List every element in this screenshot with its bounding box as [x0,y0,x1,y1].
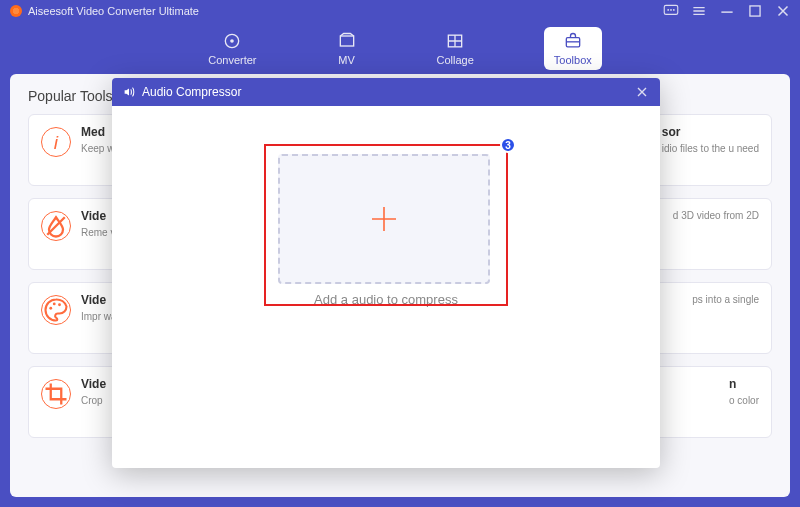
card-desc: d 3D video from 2D [673,209,759,222]
modal-body: Add a audio to compress 3 [112,106,660,468]
svg-point-1 [667,9,669,11]
svg-rect-4 [750,6,760,16]
card-desc: ps into a single [692,293,759,306]
card-desc: o color [729,394,759,407]
modal-header: Audio Compressor [112,78,660,106]
svg-point-2 [670,9,672,11]
tab-toolbox[interactable]: Toolbox [544,27,602,70]
speaker-icon [122,85,136,99]
card-title: Vide [81,377,106,391]
svg-point-13 [53,302,56,305]
app-title: Aiseesoft Video Converter Ultimate [28,5,199,17]
audio-compressor-modal: Audio Compressor Add a audio to compress… [112,78,660,468]
card-desc: Crop [81,394,106,407]
svg-point-14 [58,303,61,306]
dropzone-label: Add a audio to compress [112,292,660,307]
maximize-icon[interactable] [746,2,764,20]
tab-label: MV [338,54,355,66]
main-tabs: Converter MV Collage Toolbox [0,22,800,74]
svg-text:i: i [54,132,59,153]
svg-rect-7 [340,36,353,46]
svg-point-3 [673,9,675,11]
titlebar: Aiseesoft Video Converter Ultimate [0,0,800,22]
chat-icon[interactable] [662,2,680,20]
close-icon[interactable] [774,2,792,20]
card-desc: idio files to the u need [662,142,759,155]
tab-mv[interactable]: MV [327,27,367,70]
svg-point-12 [49,307,52,310]
step-badge: 3 [500,137,516,153]
plus-icon [366,201,402,237]
modal-close-icon[interactable] [634,84,650,100]
tab-label: Toolbox [554,54,592,66]
modal-title: Audio Compressor [142,85,241,99]
add-audio-dropzone[interactable] [278,154,490,284]
palette-icon [41,295,71,325]
menu-icon[interactable] [690,2,708,20]
tab-label: Converter [208,54,256,66]
tab-collage[interactable]: Collage [427,27,484,70]
crop-icon [41,379,71,409]
drop-icon [41,211,71,241]
svg-point-6 [231,39,235,43]
tab-converter[interactable]: Converter [198,27,266,70]
minimize-icon[interactable] [718,2,736,20]
info-icon: i [41,127,71,157]
app-logo-icon [10,5,22,17]
card-title: n [729,377,759,391]
tab-label: Collage [437,54,474,66]
card-title: sor [662,125,759,139]
